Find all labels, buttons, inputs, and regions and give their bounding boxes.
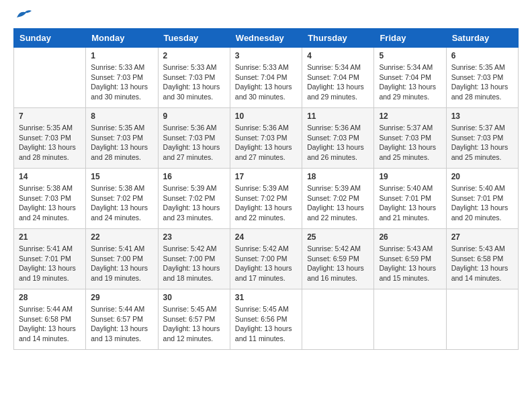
day-number: 29 bbox=[91, 293, 152, 302]
day-info: Sunrise: 5:39 AMSunset: 7:02 PMDaylight:… bbox=[235, 183, 297, 223]
calendar-table: SundayMondayTuesdayWednesdayThursdayFrid… bbox=[13, 28, 519, 350]
calendar-cell: 2Sunrise: 5:33 AMSunset: 7:03 PMDaylight… bbox=[158, 48, 230, 108]
day-number: 25 bbox=[307, 232, 369, 242]
calendar-cell: 12Sunrise: 5:37 AMSunset: 7:03 PMDayligh… bbox=[374, 108, 446, 169]
calendar-cell: 17Sunrise: 5:39 AMSunset: 7:02 PMDayligh… bbox=[230, 169, 302, 229]
day-number: 4 bbox=[307, 51, 369, 60]
calendar-cell: 26Sunrise: 5:43 AMSunset: 6:59 PMDayligh… bbox=[374, 229, 446, 289]
calendar-row: 28Sunrise: 5:44 AMSunset: 6:58 PMDayligh… bbox=[14, 289, 519, 350]
day-info: Sunrise: 5:40 AMSunset: 7:01 PMDaylight:… bbox=[379, 183, 441, 223]
day-number: 30 bbox=[163, 293, 225, 302]
day-number: 24 bbox=[235, 232, 297, 242]
calendar-row: 7Sunrise: 5:35 AMSunset: 7:03 PMDaylight… bbox=[14, 108, 519, 169]
calendar-row: 21Sunrise: 5:41 AMSunset: 7:01 PMDayligh… bbox=[14, 229, 519, 289]
weekday-header-sunday: Sunday bbox=[14, 29, 86, 48]
calendar-cell: 30Sunrise: 5:45 AMSunset: 6:57 PMDayligh… bbox=[158, 289, 230, 350]
calendar-cell: 3Sunrise: 5:33 AMSunset: 7:04 PMDaylight… bbox=[230, 48, 302, 108]
day-number: 15 bbox=[91, 172, 152, 181]
day-number: 20 bbox=[451, 172, 513, 181]
calendar-cell: 7Sunrise: 5:35 AMSunset: 7:03 PMDaylight… bbox=[14, 108, 86, 169]
day-info: Sunrise: 5:43 AMSunset: 6:58 PMDaylight:… bbox=[451, 244, 513, 283]
day-number: 6 bbox=[451, 51, 513, 60]
day-info: Sunrise: 5:36 AMSunset: 7:03 PMDaylight:… bbox=[163, 123, 225, 163]
calendar-cell: 29Sunrise: 5:44 AMSunset: 6:57 PMDayligh… bbox=[86, 289, 158, 350]
calendar-cell bbox=[302, 289, 374, 350]
calendar-cell: 23Sunrise: 5:42 AMSunset: 7:00 PMDayligh… bbox=[158, 229, 230, 289]
calendar-cell: 6Sunrise: 5:35 AMSunset: 7:03 PMDaylight… bbox=[446, 48, 518, 108]
calendar-row: 14Sunrise: 5:38 AMSunset: 7:03 PMDayligh… bbox=[14, 169, 519, 229]
day-info: Sunrise: 5:33 AMSunset: 7:03 PMDaylight:… bbox=[163, 62, 225, 102]
calendar-cell: 4Sunrise: 5:34 AMSunset: 7:04 PMDaylight… bbox=[302, 48, 374, 108]
day-info: Sunrise: 5:44 AMSunset: 6:58 PMDaylight:… bbox=[19, 304, 81, 344]
calendar-cell: 25Sunrise: 5:42 AMSunset: 6:59 PMDayligh… bbox=[302, 229, 374, 289]
day-info: Sunrise: 5:43 AMSunset: 6:59 PMDaylight:… bbox=[379, 244, 441, 283]
day-info: Sunrise: 5:41 AMSunset: 7:01 PMDaylight:… bbox=[19, 244, 81, 283]
day-number: 19 bbox=[379, 172, 441, 181]
day-number: 10 bbox=[235, 111, 297, 121]
day-number: 9 bbox=[163, 111, 225, 121]
weekday-header-wednesday: Wednesday bbox=[230, 29, 302, 48]
day-info: Sunrise: 5:42 AMSunset: 7:00 PMDaylight:… bbox=[235, 244, 297, 283]
weekday-header-saturday: Saturday bbox=[446, 29, 518, 48]
calendar-cell: 22Sunrise: 5:41 AMSunset: 7:00 PMDayligh… bbox=[86, 229, 158, 289]
day-info: Sunrise: 5:36 AMSunset: 7:03 PMDaylight:… bbox=[307, 123, 369, 163]
day-info: Sunrise: 5:39 AMSunset: 7:02 PMDaylight:… bbox=[307, 183, 369, 223]
day-info: Sunrise: 5:41 AMSunset: 7:00 PMDaylight:… bbox=[91, 244, 152, 283]
calendar-cell: 28Sunrise: 5:44 AMSunset: 6:58 PMDayligh… bbox=[14, 289, 86, 350]
day-info: Sunrise: 5:45 AMSunset: 6:56 PMDaylight:… bbox=[235, 304, 297, 344]
logo bbox=[13, 13, 33, 21]
day-info: Sunrise: 5:40 AMSunset: 7:01 PMDaylight:… bbox=[451, 183, 513, 223]
day-number: 28 bbox=[19, 293, 81, 302]
day-number: 21 bbox=[19, 232, 81, 242]
calendar-cell: 24Sunrise: 5:42 AMSunset: 7:00 PMDayligh… bbox=[230, 229, 302, 289]
calendar-cell: 10Sunrise: 5:36 AMSunset: 7:03 PMDayligh… bbox=[230, 108, 302, 169]
calendar-cell bbox=[446, 289, 518, 350]
day-number: 11 bbox=[307, 111, 369, 121]
day-info: Sunrise: 5:36 AMSunset: 7:03 PMDaylight:… bbox=[235, 123, 297, 163]
calendar-cell: 16Sunrise: 5:39 AMSunset: 7:02 PMDayligh… bbox=[158, 169, 230, 229]
day-info: Sunrise: 5:35 AMSunset: 7:03 PMDaylight:… bbox=[91, 123, 152, 163]
calendar-cell: 1Sunrise: 5:33 AMSunset: 7:03 PMDaylight… bbox=[86, 48, 158, 108]
logo-bird-icon bbox=[15, 8, 33, 21]
day-number: 8 bbox=[91, 111, 152, 121]
day-number: 16 bbox=[163, 172, 225, 181]
day-number: 2 bbox=[163, 51, 225, 60]
calendar-cell: 11Sunrise: 5:36 AMSunset: 7:03 PMDayligh… bbox=[302, 108, 374, 169]
day-info: Sunrise: 5:45 AMSunset: 6:57 PMDaylight:… bbox=[163, 304, 225, 344]
calendar-cell: 20Sunrise: 5:40 AMSunset: 7:01 PMDayligh… bbox=[446, 169, 518, 229]
day-number: 22 bbox=[91, 232, 152, 242]
calendar-cell: 9Sunrise: 5:36 AMSunset: 7:03 PMDaylight… bbox=[158, 108, 230, 169]
day-info: Sunrise: 5:35 AMSunset: 7:03 PMDaylight:… bbox=[451, 62, 513, 102]
day-number: 31 bbox=[235, 293, 297, 302]
calendar-cell bbox=[374, 289, 446, 350]
day-info: Sunrise: 5:34 AMSunset: 7:04 PMDaylight:… bbox=[379, 62, 441, 102]
calendar-cell: 8Sunrise: 5:35 AMSunset: 7:03 PMDaylight… bbox=[86, 108, 158, 169]
day-info: Sunrise: 5:38 AMSunset: 7:03 PMDaylight:… bbox=[19, 183, 81, 223]
calendar-cell: 31Sunrise: 5:45 AMSunset: 6:56 PMDayligh… bbox=[230, 289, 302, 350]
day-number: 23 bbox=[163, 232, 225, 242]
day-number: 3 bbox=[235, 51, 297, 60]
calendar-cell: 19Sunrise: 5:40 AMSunset: 7:01 PMDayligh… bbox=[374, 169, 446, 229]
day-number: 18 bbox=[307, 172, 369, 181]
calendar-row: 1Sunrise: 5:33 AMSunset: 7:03 PMDaylight… bbox=[14, 48, 519, 108]
calendar-cell: 27Sunrise: 5:43 AMSunset: 6:58 PMDayligh… bbox=[446, 229, 518, 289]
day-number: 5 bbox=[379, 51, 441, 60]
weekday-header-friday: Friday bbox=[374, 29, 446, 48]
day-info: Sunrise: 5:34 AMSunset: 7:04 PMDaylight:… bbox=[307, 62, 369, 102]
day-info: Sunrise: 5:42 AMSunset: 7:00 PMDaylight:… bbox=[163, 244, 225, 283]
day-info: Sunrise: 5:37 AMSunset: 7:03 PMDaylight:… bbox=[451, 123, 513, 163]
day-number: 14 bbox=[19, 172, 81, 181]
weekday-header-thursday: Thursday bbox=[302, 29, 374, 48]
calendar-cell bbox=[14, 48, 86, 108]
calendar-cell: 21Sunrise: 5:41 AMSunset: 7:01 PMDayligh… bbox=[14, 229, 86, 289]
calendar-cell: 13Sunrise: 5:37 AMSunset: 7:03 PMDayligh… bbox=[446, 108, 518, 169]
day-info: Sunrise: 5:44 AMSunset: 6:57 PMDaylight:… bbox=[91, 304, 152, 344]
day-info: Sunrise: 5:42 AMSunset: 6:59 PMDaylight:… bbox=[307, 244, 369, 283]
calendar-cell: 18Sunrise: 5:39 AMSunset: 7:02 PMDayligh… bbox=[302, 169, 374, 229]
calendar-cell: 15Sunrise: 5:38 AMSunset: 7:02 PMDayligh… bbox=[86, 169, 158, 229]
day-number: 13 bbox=[451, 111, 513, 121]
page-header bbox=[13, 13, 519, 21]
day-info: Sunrise: 5:38 AMSunset: 7:02 PMDaylight:… bbox=[91, 183, 152, 223]
day-info: Sunrise: 5:35 AMSunset: 7:03 PMDaylight:… bbox=[19, 123, 81, 163]
calendar-cell: 5Sunrise: 5:34 AMSunset: 7:04 PMDaylight… bbox=[374, 48, 446, 108]
